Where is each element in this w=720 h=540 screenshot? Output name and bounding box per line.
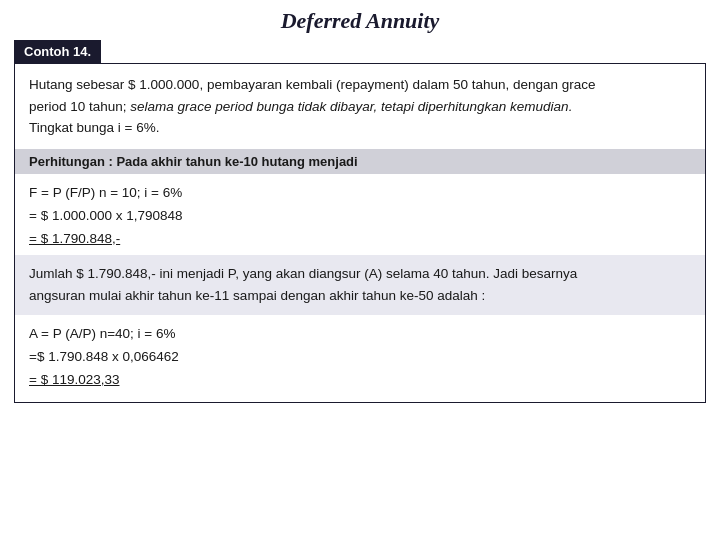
problem-line2: period 10 tahun; selama grace period bun… [29,96,691,118]
problem-line3: Tingkat bunga i = 6%. [29,117,691,139]
section2-line1: Jumlah $ 1.790.848,- ini menjadi P, yang… [29,263,691,285]
page-title: Deferred Annuity [281,8,440,33]
section1-line1: F = P (F/P) n = 10; i = 6% [29,182,691,205]
title-area: Deferred Annuity [0,0,720,40]
problem-line1: Hutang sebesar $ 1.000.000, pembayaran k… [29,74,691,96]
section2-line2: angsuran mulai akhir tahun ke-11 sampai … [29,285,691,307]
section3-line1: A = P (A/P) n=40; i = 6% [29,323,691,346]
section1-line2: = $ 1.000.000 x 1,790848 [29,205,691,228]
page-container: Deferred Annuity Contoh 14. Hutang sebes… [0,0,720,540]
section3-result: = $ 119.023,33 [29,372,119,387]
problem-line2-italic: selama grace period bunga tidak dibayar,… [130,99,572,114]
problem-text-block: Hutang sebesar $ 1.000.000, pembayaran k… [15,64,705,149]
section1-line3: = $ 1.790.848,- [29,228,691,251]
contoh-label-row: Contoh 14. [0,40,720,63]
section3-block: A = P (A/P) n=40; i = 6% =$ 1.790.848 x … [15,315,705,402]
section2-block: Jumlah $ 1.790.848,- ini menjadi P, yang… [15,255,705,316]
section3-line2: =$ 1.790.848 x 0,066462 [29,346,691,369]
section1-calc: F = P (F/P) n = 10; i = 6% = $ 1.000.000… [15,174,705,255]
main-content-box: Hutang sebesar $ 1.000.000, pembayaran k… [14,63,706,403]
section3-line3: = $ 119.023,33 [29,369,691,392]
contoh-badge: Contoh 14. [14,40,101,63]
section1-result: = $ 1.790.848,- [29,231,120,246]
problem-line2-normal: period 10 tahun; [29,99,130,114]
section1-header: Perhitungan : Pada akhir tahun ke-10 hut… [15,149,705,174]
